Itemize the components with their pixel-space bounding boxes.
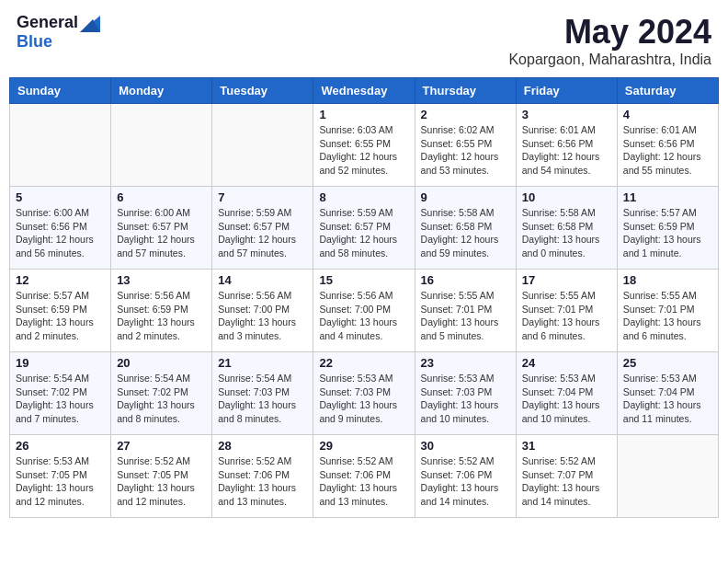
day-info: Sunrise: 5:56 AMSunset: 7:00 PMDaylight:…: [319, 289, 408, 343]
day-number: 8: [319, 190, 408, 204]
day-info: Sunrise: 5:54 AMSunset: 7:02 PMDaylight:…: [16, 372, 105, 426]
logo-blue-text: Blue: [17, 32, 52, 52]
calendar-cell: 17Sunrise: 5:55 AMSunset: 7:01 PMDayligh…: [516, 270, 617, 352]
calendar-cell: 6Sunrise: 6:00 AMSunset: 6:57 PMDaylight…: [111, 187, 212, 270]
day-info: Sunrise: 5:59 AMSunset: 6:57 PMDaylight:…: [319, 206, 408, 260]
day-info: Sunrise: 5:52 AMSunset: 7:06 PMDaylight:…: [319, 454, 408, 509]
calendar-cell: 27Sunrise: 5:52 AMSunset: 7:05 PMDayligh…: [111, 435, 212, 518]
day-number: 19: [16, 356, 105, 370]
day-number: 12: [16, 273, 105, 287]
day-info: Sunrise: 5:52 AMSunset: 7:05 PMDaylight:…: [117, 454, 206, 509]
calendar-cell: 20Sunrise: 5:54 AMSunset: 7:02 PMDayligh…: [111, 352, 212, 435]
weekday-header-tuesday: Tuesday: [212, 78, 313, 104]
calendar-cell: 7Sunrise: 5:59 AMSunset: 6:57 PMDaylight…: [212, 187, 313, 270]
calendar-cell: 21Sunrise: 5:54 AMSunset: 7:03 PMDayligh…: [212, 352, 313, 435]
logo-general-text: General: [17, 13, 78, 32]
day-info: Sunrise: 6:03 AMSunset: 6:55 PMDaylight:…: [319, 123, 408, 178]
day-number: 17: [522, 273, 611, 287]
day-info: Sunrise: 5:59 AMSunset: 6:57 PMDaylight:…: [218, 206, 307, 260]
day-info: Sunrise: 6:00 AMSunset: 6:57 PMDaylight:…: [117, 206, 206, 260]
day-number: 11: [623, 190, 712, 204]
day-number: 22: [319, 356, 408, 370]
calendar-cell: 3Sunrise: 6:01 AMSunset: 6:56 PMDaylight…: [516, 104, 617, 187]
day-number: 29: [319, 439, 408, 453]
calendar-cell: 30Sunrise: 5:52 AMSunset: 7:06 PMDayligh…: [415, 435, 516, 518]
day-number: 25: [623, 356, 712, 370]
weekday-header-monday: Monday: [111, 78, 212, 104]
calendar-cell: 26Sunrise: 5:53 AMSunset: 7:05 PMDayligh…: [10, 435, 111, 518]
calendar-cell: 10Sunrise: 5:58 AMSunset: 6:58 PMDayligh…: [516, 187, 617, 270]
location-title: Kopargaon, Maharashtra, India: [508, 52, 711, 68]
calendar-cell: 8Sunrise: 5:59 AMSunset: 6:57 PMDaylight…: [313, 187, 415, 270]
calendar-header-row: SundayMondayTuesdayWednesdayThursdayFrid…: [10, 78, 719, 104]
day-number: 21: [218, 356, 307, 370]
calendar-cell: 4Sunrise: 6:01 AMSunset: 6:56 PMDaylight…: [617, 104, 718, 187]
calendar-week-2: 5Sunrise: 6:00 AMSunset: 6:56 PMDaylight…: [10, 187, 719, 270]
day-info: Sunrise: 5:55 AMSunset: 7:01 PMDaylight:…: [623, 289, 712, 343]
calendar-cell: 15Sunrise: 5:56 AMSunset: 7:00 PMDayligh…: [313, 270, 415, 352]
day-info: Sunrise: 5:53 AMSunset: 7:03 PMDaylight:…: [421, 372, 510, 426]
calendar-cell: 24Sunrise: 5:53 AMSunset: 7:04 PMDayligh…: [516, 352, 617, 435]
day-info: Sunrise: 5:56 AMSunset: 6:59 PMDaylight:…: [117, 289, 206, 343]
weekday-header-sunday: Sunday: [10, 78, 111, 104]
calendar-week-1: 1Sunrise: 6:03 AMSunset: 6:55 PMDaylight…: [10, 104, 719, 187]
logo: General Blue: [17, 13, 100, 52]
day-info: Sunrise: 6:01 AMSunset: 6:56 PMDaylight:…: [623, 123, 712, 178]
calendar-cell: 18Sunrise: 5:55 AMSunset: 7:01 PMDayligh…: [617, 270, 718, 352]
day-number: 10: [522, 190, 611, 204]
day-number: 9: [421, 190, 510, 204]
day-info: Sunrise: 5:53 AMSunset: 7:05 PMDaylight:…: [16, 454, 105, 509]
day-info: Sunrise: 6:01 AMSunset: 6:56 PMDaylight:…: [522, 123, 611, 178]
day-info: Sunrise: 5:53 AMSunset: 7:04 PMDaylight:…: [522, 372, 611, 426]
calendar-cell: [212, 104, 313, 187]
calendar-cell: [111, 104, 212, 187]
day-number: 24: [522, 356, 611, 370]
day-info: Sunrise: 5:55 AMSunset: 7:01 PMDaylight:…: [522, 289, 611, 343]
day-number: 14: [218, 273, 307, 287]
day-number: 30: [421, 439, 510, 453]
calendar-cell: 1Sunrise: 6:03 AMSunset: 6:55 PMDaylight…: [313, 104, 415, 187]
calendar-cell: 2Sunrise: 6:02 AMSunset: 6:55 PMDaylight…: [415, 104, 516, 187]
day-info: Sunrise: 5:54 AMSunset: 7:03 PMDaylight:…: [218, 372, 307, 426]
day-number: 13: [117, 273, 206, 287]
calendar-cell: 12Sunrise: 5:57 AMSunset: 6:59 PMDayligh…: [10, 270, 111, 352]
calendar-week-3: 12Sunrise: 5:57 AMSunset: 6:59 PMDayligh…: [10, 270, 719, 352]
day-number: 28: [218, 439, 307, 453]
title-area: May 2024 Kopargaon, Maharashtra, India: [508, 13, 711, 68]
day-number: 3: [522, 108, 611, 121]
calendar-cell: 9Sunrise: 5:58 AMSunset: 6:58 PMDaylight…: [415, 187, 516, 270]
day-number: 26: [16, 439, 105, 453]
day-number: 20: [117, 356, 206, 370]
day-number: 7: [218, 190, 307, 204]
day-number: 23: [421, 356, 510, 370]
logo-icon: [80, 16, 100, 32]
calendar-cell: [10, 104, 111, 187]
calendar-cell: 19Sunrise: 5:54 AMSunset: 7:02 PMDayligh…: [10, 352, 111, 435]
calendar-cell: [617, 435, 718, 518]
day-number: 31: [522, 439, 611, 453]
day-number: 2: [421, 108, 510, 121]
day-info: Sunrise: 5:58 AMSunset: 6:58 PMDaylight:…: [522, 206, 611, 260]
day-info: Sunrise: 5:54 AMSunset: 7:02 PMDaylight:…: [117, 372, 206, 426]
day-number: 5: [16, 190, 105, 204]
calendar-body: 1Sunrise: 6:03 AMSunset: 6:55 PMDaylight…: [10, 104, 719, 518]
calendar-cell: 14Sunrise: 5:56 AMSunset: 7:00 PMDayligh…: [212, 270, 313, 352]
day-info: Sunrise: 5:52 AMSunset: 7:06 PMDaylight:…: [218, 454, 307, 509]
calendar-cell: 16Sunrise: 5:55 AMSunset: 7:01 PMDayligh…: [415, 270, 516, 352]
day-info: Sunrise: 5:52 AMSunset: 7:06 PMDaylight:…: [421, 454, 510, 509]
calendar-week-5: 26Sunrise: 5:53 AMSunset: 7:05 PMDayligh…: [10, 435, 719, 518]
day-info: Sunrise: 5:53 AMSunset: 7:03 PMDaylight:…: [319, 372, 408, 426]
day-info: Sunrise: 5:53 AMSunset: 7:04 PMDaylight:…: [623, 372, 712, 426]
calendar-cell: 29Sunrise: 5:52 AMSunset: 7:06 PMDayligh…: [313, 435, 415, 518]
month-title: May 2024: [508, 13, 711, 52]
weekday-header-saturday: Saturday: [617, 78, 718, 104]
calendar-cell: 28Sunrise: 5:52 AMSunset: 7:06 PMDayligh…: [212, 435, 313, 518]
page-header: General Blue May 2024 Kopargaon, Maharas…: [9, 9, 719, 72]
day-number: 18: [623, 273, 712, 287]
day-number: 4: [623, 108, 712, 121]
day-info: Sunrise: 6:00 AMSunset: 6:56 PMDaylight:…: [16, 206, 105, 260]
weekday-header-friday: Friday: [516, 78, 617, 104]
calendar-cell: 31Sunrise: 5:52 AMSunset: 7:07 PMDayligh…: [516, 435, 617, 518]
calendar-table: SundayMondayTuesdayWednesdayThursdayFrid…: [9, 77, 719, 518]
day-info: Sunrise: 5:55 AMSunset: 7:01 PMDaylight:…: [421, 289, 510, 343]
